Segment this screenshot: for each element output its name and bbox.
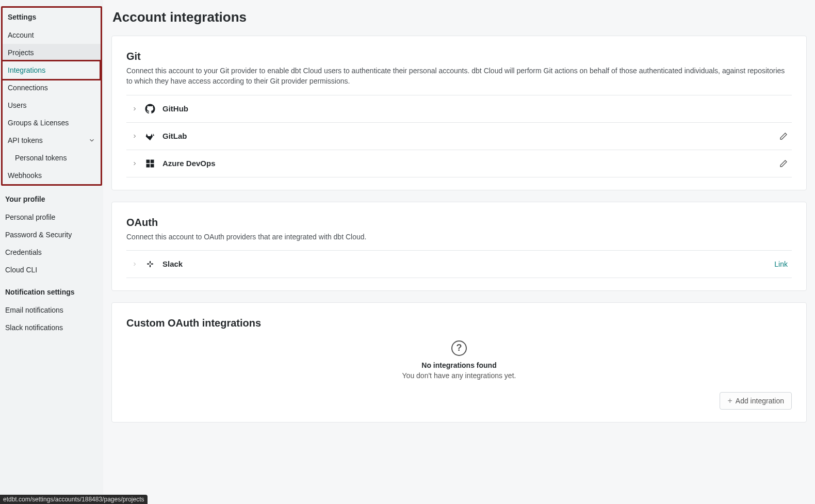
svg-rect-4 bbox=[147, 263, 150, 264]
sidebar-item-password-security[interactable]: Password & Security bbox=[0, 226, 103, 243]
sidebar-item-label: API tokens bbox=[8, 136, 43, 144]
oauth-description: Connect this account to OAuth providers … bbox=[126, 232, 792, 242]
main-content: Account integrations Git Connect this ac… bbox=[103, 0, 815, 504]
custom-oauth-title: Custom OAuth integrations bbox=[126, 317, 792, 329]
oauth-title: OAuth bbox=[126, 217, 792, 229]
sidebar-item-label: Integrations bbox=[8, 66, 45, 74]
oauth-row-slack[interactable]: Slack Link bbox=[126, 250, 792, 278]
notifications-header: Notification settings bbox=[0, 283, 103, 301]
git-row-label: Azure DevOps bbox=[162, 159, 216, 168]
sidebar-item-label: Users bbox=[8, 101, 27, 109]
sidebar-item-users[interactable]: Users bbox=[3, 96, 101, 114]
git-row-gitlab[interactable]: GitLab bbox=[126, 122, 792, 150]
profile-header: Your profile bbox=[0, 190, 103, 208]
oauth-card: OAuth Connect this account to OAuth prov… bbox=[111, 202, 807, 291]
git-row-azure[interactable]: Azure DevOps bbox=[126, 150, 792, 177]
sidebar-item-label: Groups & Licenses bbox=[8, 119, 69, 127]
sidebar-item-cloud-cli[interactable]: Cloud CLI bbox=[0, 261, 103, 279]
slack-icon bbox=[145, 259, 155, 269]
sidebar-item-label: Password & Security bbox=[5, 231, 72, 239]
oauth-row-label: Slack bbox=[162, 259, 183, 268]
sidebar-item-projects[interactable]: Projects bbox=[3, 44, 101, 61]
sidebar-item-personal-profile[interactable]: Personal profile bbox=[0, 208, 103, 226]
sidebar-item-integrations[interactable]: Integrations bbox=[1, 60, 101, 80]
sidebar-item-personal-tokens[interactable]: Personal tokens bbox=[3, 149, 101, 167]
sidebar-item-account[interactable]: Account bbox=[3, 26, 101, 44]
sidebar-item-label: Personal profile bbox=[5, 213, 55, 221]
sidebar-item-label: Projects bbox=[8, 48, 34, 57]
empty-state: ? No integrations found You don't have a… bbox=[126, 332, 792, 384]
svg-rect-7 bbox=[150, 265, 151, 267]
sidebar-item-slack-notifications[interactable]: Slack notifications bbox=[0, 319, 103, 336]
empty-subtitle: You don't have any integrations yet. bbox=[126, 371, 792, 380]
sidebar-item-label: Personal tokens bbox=[15, 154, 67, 162]
sidebar-item-email-notifications[interactable]: Email notifications bbox=[0, 301, 103, 319]
sidebar: Settings Account Projects Integrations C… bbox=[0, 0, 103, 504]
chevron-down-icon bbox=[88, 137, 95, 144]
plus-icon: + bbox=[727, 397, 732, 405]
chevron-right-icon bbox=[132, 261, 138, 267]
gitlab-icon bbox=[145, 131, 155, 141]
pencil-icon[interactable] bbox=[779, 132, 788, 140]
sidebar-item-label: Credentials bbox=[5, 248, 42, 256]
chevron-right-icon bbox=[132, 106, 138, 112]
svg-rect-1 bbox=[151, 159, 154, 163]
status-url: etdbt.com/settings/accounts/188483/pages… bbox=[0, 495, 148, 504]
highlight-outline: Settings Account Projects Integrations C… bbox=[1, 6, 102, 186]
sidebar-item-label: Email notifications bbox=[5, 306, 63, 314]
azure-icon bbox=[145, 158, 155, 169]
sidebar-item-webhooks[interactable]: Webhooks bbox=[3, 167, 101, 184]
sidebar-item-label: Connections bbox=[8, 84, 48, 92]
question-circle-icon: ? bbox=[451, 340, 467, 356]
git-row-github[interactable]: GitHub bbox=[126, 95, 792, 122]
empty-title: No integrations found bbox=[126, 361, 792, 369]
sidebar-item-label: Webhooks bbox=[8, 171, 42, 180]
svg-rect-2 bbox=[146, 164, 150, 167]
svg-rect-5 bbox=[151, 263, 154, 264]
sidebar-item-groups-licenses[interactable]: Groups & Licenses bbox=[3, 114, 101, 132]
svg-rect-6 bbox=[150, 261, 151, 264]
add-button-label: Add integration bbox=[736, 397, 784, 405]
git-card: Git Connect this account to your Git pro… bbox=[111, 36, 807, 190]
sidebar-item-label: Slack notifications bbox=[5, 323, 63, 332]
sidebar-item-api-tokens[interactable]: API tokens bbox=[3, 132, 101, 149]
git-row-label: GitHub bbox=[162, 104, 188, 113]
page-title: Account integrations bbox=[112, 9, 807, 25]
pencil-icon[interactable] bbox=[779, 159, 788, 168]
github-icon bbox=[145, 104, 155, 114]
chevron-right-icon bbox=[132, 160, 138, 167]
git-row-label: GitLab bbox=[162, 132, 187, 140]
custom-oauth-card: Custom OAuth integrations ? No integrati… bbox=[111, 302, 807, 422]
svg-rect-0 bbox=[146, 159, 150, 163]
chevron-right-icon bbox=[132, 133, 138, 139]
sidebar-item-connections[interactable]: Connections bbox=[3, 79, 101, 96]
link-button[interactable]: Link bbox=[774, 260, 788, 268]
sidebar-item-credentials[interactable]: Credentials bbox=[0, 243, 103, 261]
git-title: Git bbox=[126, 51, 792, 62]
sidebar-item-label: Cloud CLI bbox=[5, 266, 37, 274]
svg-rect-3 bbox=[151, 164, 154, 167]
sidebar-item-label: Account bbox=[8, 31, 34, 39]
add-integration-button[interactable]: + Add integration bbox=[720, 392, 792, 410]
git-description: Connect this account to your Git provide… bbox=[126, 66, 792, 87]
settings-header: Settings bbox=[3, 8, 101, 26]
